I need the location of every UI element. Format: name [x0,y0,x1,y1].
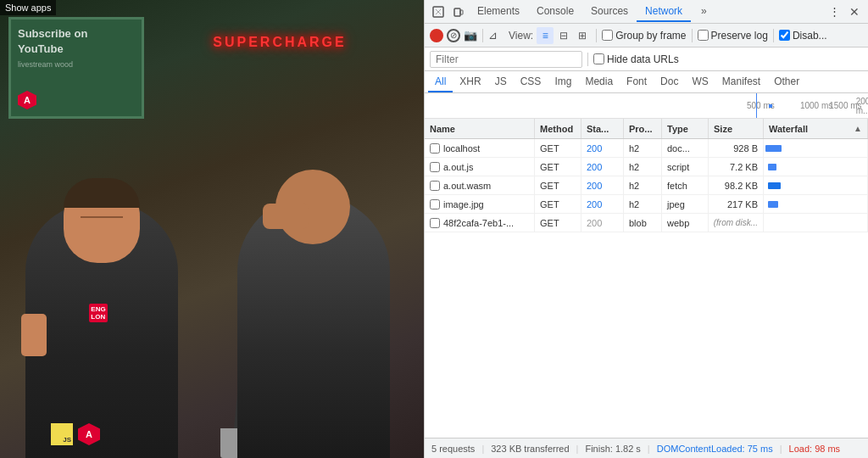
preserve-log-checkbox[interactable] [698,30,709,41]
th-status[interactable]: Sta... [581,119,624,138]
table-row[interactable]: 48f2cafa-7eb1-... GET 200 blob webp (fro… [425,214,868,232]
filter-bar: Hide data URLs [425,47,868,71]
row1-checkbox[interactable] [430,143,440,154]
row2-method: GET [535,158,581,176]
chalkboard: Subscribe on YouTube livestream wood A [8,17,144,119]
tab-elements[interactable]: Elements [469,2,528,22]
row2-checkbox[interactable] [430,162,440,172]
row3-waterfall-bar [768,182,781,189]
neon-area: SUPERCHARGE [136,21,424,64]
th-waterfall[interactable]: Waterfall ▲ [764,119,868,138]
res-tab-font[interactable]: Font [620,71,654,92]
group-by-frame-checkbox[interactable] [602,30,613,41]
transferred-size: 323 KB transferred [491,444,569,454]
network-table: localhost GET 200 h2 doc... 928 B a.out.… [425,139,868,438]
res-tab-js[interactable]: JS [488,71,514,92]
person1-hair [64,178,140,208]
row5-waterfall [764,214,868,232]
res-tab-all[interactable]: All [428,71,453,92]
toolbar-divider1 [482,29,483,42]
show-apps-button[interactable]: Show apps [0,0,56,15]
filter-icon[interactable]: ⊿ [488,29,502,42]
person2-head [275,170,350,244]
row4-waterfall [764,195,868,213]
devtools-menu-btn[interactable]: ⋮ [824,2,844,22]
svg-rect-1 [454,8,460,16]
row5-method: GET [535,214,581,232]
res-tab-media[interactable]: Media [578,71,620,92]
row5-status: 200 [581,214,624,232]
res-tab-xhr[interactable]: XHR [453,71,487,92]
chalk-text: Subscribe on YouTube [18,26,135,57]
grid-view-btn[interactable]: ⊟ [555,27,572,44]
table-headers: Name Method Sta... Pro... Type Size Wate… [425,119,868,139]
filter-input[interactable] [430,51,582,68]
list-view-btn[interactable]: ≡ [537,27,554,44]
tab-network[interactable]: Network [637,2,691,22]
th-name[interactable]: Name [425,119,535,138]
tab-console[interactable]: Console [528,2,582,22]
sep4: | [780,444,782,454]
res-tab-ws[interactable]: WS [685,71,715,92]
row4-status: 200 [581,195,624,213]
angular-logo: A [18,91,36,109]
network-toolbar: ⊘ 📷 ⊿ View: ≡ ⊟ ⊞ Group by frame Preserv… [425,24,868,47]
row3-protocol: h2 [624,176,662,194]
video-background: Subscribe on YouTube livestream wood A S… [0,0,424,458]
table-row[interactable]: image.jpg GET 200 h2 jpeg 217 KB [425,195,868,214]
toolbar-divider4 [773,29,774,42]
table-row[interactable]: a.out.wasm GET 200 h2 fetch 98.2 KB [425,176,868,195]
timeline-ruler: 500 ms 1000 ms 1500 ms 2000 m... [425,93,868,119]
row5-type: webp [662,214,709,232]
table-row[interactable]: localhost GET 200 h2 doc... 928 B [425,139,868,158]
load-time[interactable]: Load: 98 ms [789,444,841,454]
tree-view-btn[interactable]: ⊞ [574,27,591,44]
neon-sign: SUPERCHARGE [213,35,346,50]
timeline-mark-1000: 1000 ms [800,101,832,110]
more-tabs-btn[interactable]: » [693,2,715,22]
svg-rect-2 [460,10,463,14]
inspect-icon-btn[interactable] [428,2,448,22]
requests-count: 5 requests [431,444,475,454]
hide-data-urls-checkbox[interactable] [593,53,604,64]
row1-waterfall-bar [765,145,781,152]
devtools-tab-bar: Elements Console Sources Network » ⋮ ✕ [425,0,868,24]
row4-checkbox[interactable] [430,199,440,209]
res-tab-other[interactable]: Other [767,71,806,92]
timeline-blue-dot [769,104,772,108]
table-row[interactable]: a.out.js GET 200 h2 script 7.2 KB [425,158,868,176]
res-tab-doc[interactable]: Doc [654,71,685,92]
camera-icon[interactable]: 📷 [464,29,477,42]
row2-size: 7.2 KB [709,158,764,176]
row3-method: GET [535,176,581,194]
row4-waterfall-bar [768,201,778,208]
toolbar-divider3 [692,29,693,42]
th-method[interactable]: Method [535,119,581,138]
row3-checkbox[interactable] [430,181,440,191]
disable-cache-checkbox[interactable] [779,30,790,41]
record-button[interactable] [430,29,443,42]
th-protocol[interactable]: Pro... [624,119,662,138]
th-size[interactable]: Size [709,119,764,138]
row1-name: localhost [425,139,535,157]
dom-content-loaded[interactable]: DOMContentLoaded: 75 ms [657,444,773,454]
row1-type: doc... [662,139,709,157]
sep2: | [576,444,579,454]
device-toggle-btn[interactable] [448,2,469,22]
toolbar-divider2 [596,29,597,42]
devtools-close-btn[interactable]: ✕ [844,2,865,22]
row2-waterfall [764,158,868,176]
res-tab-manifest[interactable]: Manifest [715,71,767,92]
row4-type: jpeg [662,195,709,213]
tab-sources[interactable]: Sources [582,2,637,22]
row5-name: 48f2cafa-7eb1-... [425,214,535,232]
th-type[interactable]: Type [662,119,709,138]
view-icons: ≡ ⊟ ⊞ [537,27,591,44]
row5-checkbox[interactable] [430,218,440,228]
res-tab-img[interactable]: Img [548,71,578,92]
row4-protocol: h2 [624,195,662,213]
person1-hand [21,314,47,356]
clear-button[interactable]: ⊘ [447,29,460,42]
res-tab-css[interactable]: CSS [514,71,548,92]
hide-data-urls-label: Hide data URLs [607,53,679,65]
